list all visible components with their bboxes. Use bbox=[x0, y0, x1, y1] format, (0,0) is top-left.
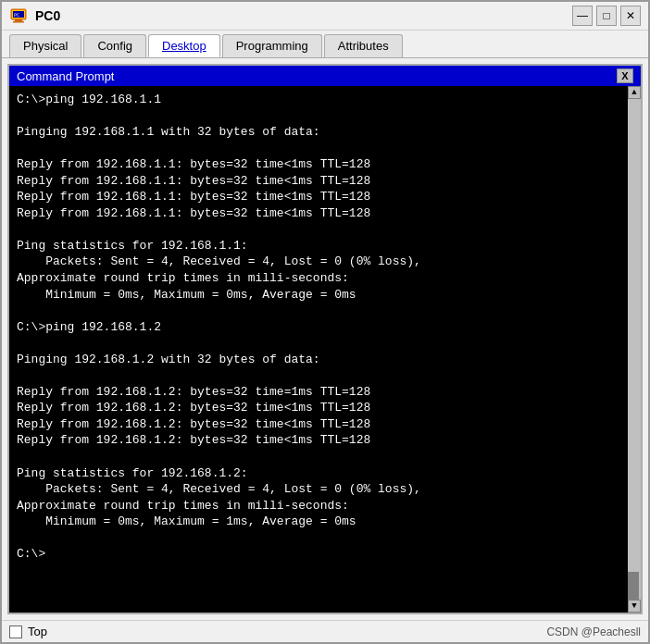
maximize-button[interactable]: □ bbox=[596, 6, 617, 26]
svg-text:PC: PC bbox=[14, 12, 19, 18]
scroll-up-arrow[interactable]: ▲ bbox=[628, 86, 641, 99]
svg-rect-1 bbox=[15, 19, 22, 21]
watermark-text: CSDN @Peachesll bbox=[546, 625, 641, 638]
cmd-title-label: Command Prompt bbox=[17, 69, 114, 83]
window-controls: — □ ✕ bbox=[572, 6, 641, 26]
main-window: PC PC0 — □ ✕ Physical Config Desktop Pro… bbox=[0, 0, 650, 644]
bottom-bar: Top CSDN @Peachesll bbox=[2, 620, 648, 642]
tab-attributes[interactable]: Attributes bbox=[324, 34, 403, 57]
cmd-close-button[interactable]: X bbox=[617, 68, 633, 83]
content-area: Command Prompt X C:\>ping 192.168.1.1 Pi… bbox=[2, 58, 648, 620]
cmd-title-bar: Command Prompt X bbox=[9, 66, 641, 86]
cmd-output[interactable]: C:\>ping 192.168.1.1 Pinging 192.168.1.1… bbox=[9, 86, 628, 613]
scroll-track[interactable] bbox=[628, 99, 641, 600]
tab-config[interactable]: Config bbox=[83, 34, 146, 57]
bottom-left: Top bbox=[9, 625, 47, 638]
scroll-thumb[interactable] bbox=[628, 572, 639, 600]
top-label: Top bbox=[28, 625, 47, 638]
scrollbar[interactable]: ▲ ▼ bbox=[628, 86, 641, 613]
tab-programming[interactable]: Programming bbox=[222, 34, 322, 57]
close-button[interactable]: ✕ bbox=[620, 6, 641, 26]
tab-physical[interactable]: Physical bbox=[9, 34, 81, 57]
title-bar: PC PC0 — □ ✕ bbox=[2, 2, 648, 31]
window-title: PC0 bbox=[35, 8, 565, 23]
minimize-button[interactable]: — bbox=[572, 6, 593, 26]
app-icon: PC bbox=[9, 6, 28, 25]
command-prompt-window: Command Prompt X C:\>ping 192.168.1.1 Pi… bbox=[7, 64, 643, 614]
svg-rect-2 bbox=[13, 21, 24, 23]
tab-desktop[interactable]: Desktop bbox=[148, 34, 220, 57]
top-checkbox[interactable] bbox=[9, 625, 22, 638]
cmd-body-wrapper: C:\>ping 192.168.1.1 Pinging 192.168.1.1… bbox=[9, 86, 641, 613]
scroll-down-arrow[interactable]: ▼ bbox=[628, 600, 641, 613]
tab-bar: Physical Config Desktop Programming Attr… bbox=[2, 31, 648, 58]
